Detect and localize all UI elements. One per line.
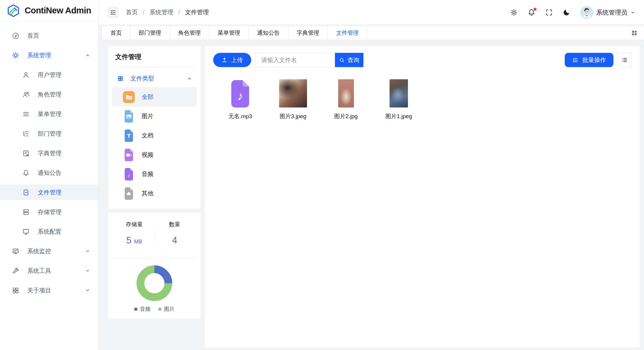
file-type-list: 全部 图片 文档 视频 ♪ 音频 bbox=[112, 87, 197, 203]
tab-dictionary[interactable]: 字典管理 bbox=[288, 26, 328, 40]
tab-home[interactable]: 首页 bbox=[102, 26, 130, 40]
logo-row[interactable]: ContiNew Admin bbox=[0, 0, 98, 21]
chevron-up-icon[interactable] bbox=[186, 76, 192, 82]
file-card-image2[interactable]: 图片2.jpg bbox=[319, 79, 372, 120]
sidebar-item-menus[interactable]: 菜单管理 bbox=[0, 106, 98, 122]
divider bbox=[154, 229, 155, 242]
file-type-tree-header[interactable]: 文件类型 bbox=[115, 75, 194, 83]
settings-button[interactable] bbox=[510, 9, 518, 16]
menu-fold-icon bbox=[110, 9, 116, 16]
toolbar-right: 批量操作 bbox=[565, 53, 632, 67]
tab-roles[interactable]: 角色管理 bbox=[170, 26, 209, 40]
tab-files[interactable]: 文件管理 bbox=[328, 26, 367, 40]
chevron-down-icon[interactable] bbox=[85, 287, 91, 293]
app-title: ContiNew Admin bbox=[25, 6, 91, 15]
stat-storage: 存储量 5 MB bbox=[114, 221, 154, 246]
list-view-icon bbox=[621, 57, 628, 63]
divider bbox=[115, 67, 194, 67]
doc-file-icon bbox=[123, 130, 135, 142]
legend-audio[interactable]: 音频 bbox=[134, 305, 151, 313]
list-view-button[interactable] bbox=[617, 53, 632, 67]
dark-mode-button[interactable] bbox=[563, 9, 570, 16]
fullscreen-button[interactable] bbox=[545, 9, 553, 16]
moon-icon bbox=[563, 9, 570, 16]
type-item-all[interactable]: 全部 bbox=[112, 87, 197, 107]
folder-all-icon bbox=[123, 91, 135, 103]
search-group: 查询 bbox=[256, 53, 363, 67]
type-item-audio[interactable]: ♪ 音频 bbox=[112, 164, 197, 184]
search-icon bbox=[339, 57, 345, 63]
sidebar-item-home[interactable]: 首页 bbox=[0, 28, 98, 43]
count-value: 4 bbox=[154, 235, 195, 246]
type-item-other[interactable]: 其他 bbox=[112, 184, 197, 203]
sidebar-item-storage[interactable]: 存储管理 bbox=[0, 204, 98, 220]
legend-dot-image bbox=[158, 308, 162, 311]
file-card-image1[interactable]: 图片1.jpeg bbox=[372, 79, 425, 120]
tab-bar: 首页 部门管理 角色管理 菜单管理 通知公告 字典管理 文件管理 bbox=[102, 26, 644, 40]
sidebar-menu: 首页 系统管理 用户管理 角色管理 菜单管理 部门管理 字典管理 bbox=[0, 21, 98, 298]
file-card-audio[interactable]: ♪ 无名.mp3 bbox=[214, 79, 267, 120]
file-types-panel: 文件管理 文件类型 全部 图片 文档 视频 bbox=[108, 46, 201, 209]
file-list-panel: 上传 查询 批量操作 ♪ bbox=[205, 46, 640, 348]
search-button[interactable]: 查询 bbox=[335, 53, 363, 67]
sidebar-collapse-button[interactable] bbox=[107, 7, 119, 18]
type-item-image[interactable]: 图片 bbox=[112, 107, 197, 126]
header-actions: 系统管理员 bbox=[510, 6, 636, 19]
file-icon bbox=[22, 189, 30, 196]
image-thumbnail bbox=[390, 79, 408, 107]
file-card-image3[interactable]: 图片3.jpeg bbox=[267, 79, 319, 120]
storage-value: 5 MB bbox=[114, 235, 154, 246]
menu-lines-icon bbox=[22, 110, 30, 118]
monitor-chart-icon bbox=[12, 248, 19, 255]
chevron-up-icon[interactable] bbox=[85, 52, 91, 58]
tree-header-label: 文件类型 bbox=[130, 75, 154, 83]
user-menu[interactable]: 系统管理员 bbox=[580, 6, 636, 19]
breadcrumb-home[interactable]: 首页 bbox=[126, 8, 138, 16]
wrench-icon bbox=[12, 267, 19, 275]
sidebar-item-tools[interactable]: 系统工具 bbox=[0, 263, 98, 278]
breadcrumb: 首页 / 系统管理 / 文件管理 bbox=[126, 8, 209, 16]
checklist-icon bbox=[572, 57, 578, 63]
sidebar-item-config[interactable]: 系统配置 bbox=[0, 224, 98, 239]
file-name: 图片3.jpeg bbox=[280, 113, 306, 120]
chart-legend: 音频 图片 bbox=[114, 305, 195, 313]
sidebar-item-departments[interactable]: 部门管理 bbox=[0, 126, 98, 141]
sidebar-item-users[interactable]: 用户管理 bbox=[0, 67, 98, 83]
bell-icon bbox=[22, 169, 30, 177]
gear-icon bbox=[12, 52, 19, 59]
sidebar-item-about[interactable]: 关于项目 bbox=[0, 283, 98, 298]
storage-stats-panel: 存储量 5 MB 数量 4 音频 图片 bbox=[108, 213, 201, 319]
breadcrumb-files: 文件管理 bbox=[185, 8, 209, 16]
divider bbox=[113, 258, 196, 259]
notifications-button[interactable] bbox=[528, 9, 535, 16]
tab-actions-grid-icon[interactable] bbox=[631, 30, 637, 36]
batch-actions-button[interactable]: 批量操作 bbox=[565, 53, 613, 67]
app-logo-icon bbox=[7, 4, 20, 18]
search-input[interactable] bbox=[256, 53, 335, 67]
image-thumbnail bbox=[279, 79, 307, 107]
sidebar-item-notices[interactable]: 通知公告 bbox=[0, 165, 98, 180]
upload-button[interactable]: 上传 bbox=[213, 53, 251, 67]
type-item-video[interactable]: 视频 bbox=[112, 145, 197, 164]
legend-image[interactable]: 图片 bbox=[158, 305, 175, 313]
image-file-icon bbox=[123, 110, 135, 122]
sidebar-item-monitor[interactable]: 系统监控 bbox=[0, 243, 98, 259]
tab-notices[interactable]: 通知公告 bbox=[249, 26, 288, 40]
tree-list-icon bbox=[22, 130, 30, 137]
chevron-down-icon[interactable] bbox=[85, 248, 91, 254]
tab-departments[interactable]: 部门管理 bbox=[130, 26, 170, 40]
avatar[interactable] bbox=[580, 6, 593, 19]
user-name: 系统管理员 bbox=[596, 8, 627, 17]
chevron-down-icon bbox=[630, 10, 636, 15]
type-item-doc[interactable]: 文档 bbox=[112, 126, 197, 145]
chevron-down-icon[interactable] bbox=[85, 268, 91, 274]
sidebar-item-dictionary[interactable]: 字典管理 bbox=[0, 145, 98, 161]
sidebar-item-system[interactable]: 系统管理 bbox=[0, 47, 98, 63]
breadcrumb-system[interactable]: 系统管理 bbox=[150, 8, 173, 16]
tab-menus[interactable]: 菜单管理 bbox=[209, 26, 249, 40]
file-name: 图片2.jpg bbox=[334, 113, 357, 120]
users-icon bbox=[22, 91, 30, 98]
sidebar-item-roles[interactable]: 角色管理 bbox=[0, 87, 98, 102]
sidebar-item-files[interactable]: 文件管理 bbox=[0, 185, 98, 200]
storage-icon bbox=[22, 208, 30, 216]
